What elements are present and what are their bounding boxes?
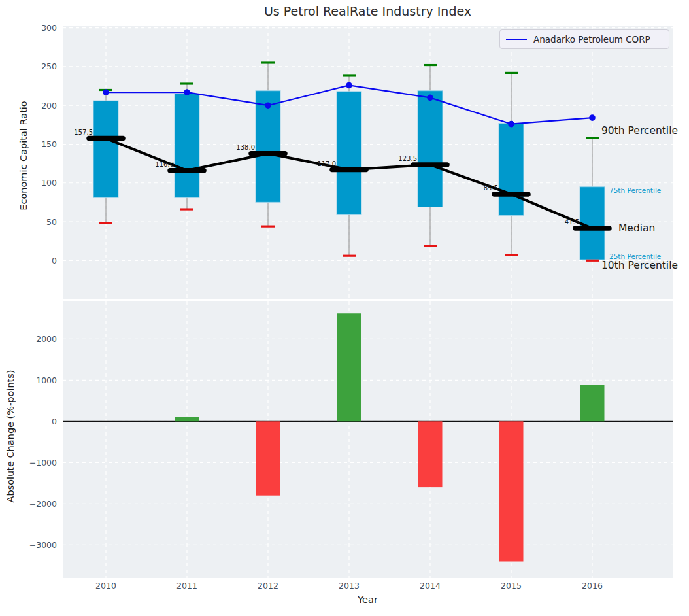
box-2013 [337,92,361,214]
median-label-2013: 117.0 [317,160,336,167]
annotation-p10: 10th Percentile [601,260,678,271]
y-tick-label: −2000 [29,499,57,509]
marker-2010 [103,89,109,95]
y-tick-label: 200 [41,101,57,111]
box-2010 [93,101,118,197]
marker-2014 [427,95,433,101]
y-tick-label: 0 [52,256,57,265]
change-bar-2012 [256,421,280,495]
marker-2016 [589,114,596,121]
median-label-2016: 41.5 [565,218,579,226]
change-bar-2011 [175,417,199,421]
x-tick-label: 2012 [258,581,278,590]
y-tick-label: −1000 [29,458,57,468]
change-bar-2014 [418,421,443,487]
y-tick-label: −3000 [29,540,57,550]
median-label-2011: 116.0 [155,161,174,168]
legend: Anadarko Petroleum CORP [499,29,669,49]
x-tick-label: 2010 [95,581,116,590]
chart-svg: 300250200150100500200010000−1000−2000−30… [0,0,689,616]
box-2011 [175,94,199,197]
annotation-p90: 90th Percentile [601,125,678,137]
y-tick-label: 300 [41,23,57,33]
median-label-2010: 157.5 [74,129,93,136]
x-tick-label: 2016 [582,581,603,590]
y-tick-label: 0 [52,417,57,426]
y-tick-label: 50 [46,217,57,227]
y-tick-label: 250 [41,61,57,71]
marker-2015 [508,121,514,128]
marker-2012 [265,102,271,109]
annotation-median: Median [618,222,655,234]
x-tick-label: 2014 [420,581,441,590]
x-tick-label: 2015 [501,581,522,590]
marker-2013 [346,82,352,89]
box-2015 [499,123,524,215]
change-bar-2016 [580,385,605,421]
annotation-p75: 75th Percentile [609,186,661,194]
median-label-2014: 123.5 [398,155,417,162]
y-tick-label: 1000 [36,375,57,385]
bottom-plot-area [63,301,673,578]
figure-canvas: Us Petrol RealRate Industry Index Econom… [0,0,689,616]
marker-2011 [184,89,190,95]
box-2014 [418,91,443,207]
median-label-2015: 85.5 [484,184,498,192]
x-tick-label: 2011 [176,581,197,590]
y-tick-label: 150 [41,139,57,149]
change-bar-2015 [499,421,524,561]
change-bar-2013 [337,313,361,421]
median-label-2012: 138.0 [236,144,255,151]
y-tick-label: 100 [41,178,57,188]
legend-line-sample [506,39,527,40]
y-tick-label: 2000 [36,334,57,344]
x-tick-label: 2013 [339,581,360,590]
legend-label: Anadarko Petroleum CORP [533,34,650,44]
